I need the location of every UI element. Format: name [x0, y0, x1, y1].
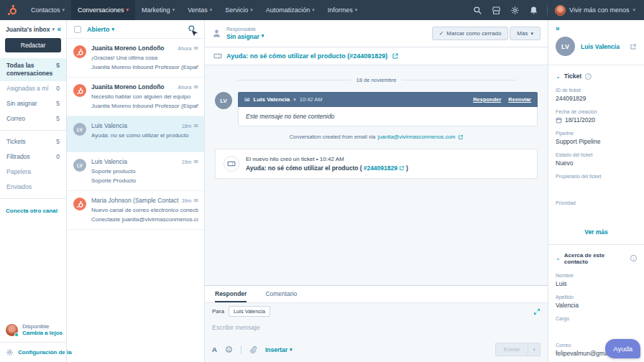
- inbox-selector[interactable]: Juanita's inbox: [6, 26, 50, 33]
- chevron-down-icon: ▾: [172, 7, 175, 13]
- settings-gear-icon[interactable]: [505, 0, 524, 20]
- compose-button[interactable]: Redactar: [5, 38, 61, 52]
- see-more-link[interactable]: Ver más: [556, 227, 637, 243]
- collapse-sidebar-icon[interactable]: «: [57, 25, 61, 33]
- ticket-section-header[interactable]: ⌄ Ticket i: [556, 73, 637, 80]
- inbox-selector-row: Juanita's inbox ▾ «: [0, 20, 66, 36]
- recipient-row: Para Luis Valencia: [205, 303, 548, 320]
- sidebar-view-asignadas[interactable]: Asignadas a mí0: [0, 81, 66, 96]
- sidebar-view-todas[interactable]: Todas las conversaciones5: [0, 58, 66, 81]
- emoji-icon[interactable]: [225, 345, 233, 353]
- contact-card: LV Luis Valencia: [548, 34, 644, 65]
- conversation-item-selected[interactable]: LV Luis Valencia18m✉ Ayuda: no sé cómo u…: [67, 116, 204, 152]
- chevron-down-icon: ▾: [250, 7, 253, 13]
- account-menu[interactable]: Vivir más con menos ▾: [552, 5, 638, 16]
- nav-ventas[interactable]: Ventas▾: [181, 0, 218, 20]
- chevron-down-icon: ▾: [312, 7, 315, 13]
- help-button[interactable]: Ayuda: [605, 339, 640, 358]
- marketplace-icon[interactable]: [487, 0, 505, 20]
- chevron-down-icon[interactable]: ▾: [293, 97, 296, 103]
- email-icon: ✉: [193, 159, 198, 165]
- sidebar-view-tickets[interactable]: Tickets5: [0, 134, 66, 149]
- tab-comentario[interactable]: Comentario: [265, 286, 297, 302]
- sidebar-view-correo[interactable]: Correo5: [0, 111, 66, 126]
- contact-panel: » LV Luis Valencia ⌄ Ticket i ID de tick…: [548, 20, 644, 362]
- external-link-icon[interactable]: [630, 43, 637, 50]
- contact-name-link[interactable]: Luis Valencia: [581, 43, 624, 50]
- nav-servicio[interactable]: Servicio▾: [218, 0, 259, 20]
- change-status-link[interactable]: Cambia a lejos: [22, 330, 63, 336]
- count-badge: 5: [56, 115, 60, 123]
- about-section-header[interactable]: ⌄ Acerca de este contacto i: [556, 252, 637, 265]
- message-header: ✉ Luis Valencia ▾ 10:42 AM Responder Ree…: [238, 92, 538, 107]
- search-conversations-icon[interactable]: [188, 24, 197, 34]
- conversation-item[interactable]: LV Luis Valencia19m✉ Soporte producto So…: [67, 152, 204, 191]
- mark-closed-button[interactable]: ✓Marcar como cerrado: [432, 27, 509, 40]
- chevron-down-icon: ▾: [530, 31, 533, 37]
- send-options-icon[interactable]: ▾: [528, 343, 540, 356]
- collapse-panel-icon[interactable]: »: [548, 20, 644, 34]
- conversation-item[interactable]: Maria Johnson (Sample Contact)39m✉ Nuevo…: [67, 191, 204, 230]
- more-button[interactable]: Más▾: [510, 27, 540, 40]
- info-icon: i: [630, 255, 637, 261]
- hubspot-logo[interactable]: [0, 0, 24, 20]
- tab-responder[interactable]: Responder: [215, 286, 247, 302]
- ticket-section: ⌄ Ticket i ID de ticket 244091829 Fecha …: [548, 65, 644, 244]
- external-link-icon[interactable]: [392, 52, 399, 60]
- source-email-link[interactable]: juanita@vivirmasconmenos.com: [377, 134, 455, 140]
- email-icon: ✉: [244, 96, 250, 103]
- gear-icon: [6, 348, 14, 356]
- inbox-settings-link[interactable]: Configuración de la: [0, 342, 66, 362]
- ticket-number-link[interactable]: #244091829: [364, 164, 397, 172]
- divider: [0, 198, 66, 199]
- divider: [0, 130, 66, 131]
- divider: [241, 345, 242, 354]
- ticket-icon: [213, 52, 222, 60]
- conversation-item[interactable]: Juanita Moreno LondoñoAhora✉ Necesito ha…: [67, 78, 204, 116]
- attach-file-icon[interactable]: [249, 345, 257, 353]
- sidebar-view-papelera[interactable]: Papelera: [0, 164, 66, 180]
- message-input[interactable]: Escribir mensaje: [205, 320, 548, 338]
- global-search-icon[interactable]: [468, 0, 487, 20]
- conversation-list: Abierto▾ Juanita Moreno LondoñoAhora✉ ¡G…: [67, 20, 205, 362]
- sidebar-view-enviados[interactable]: Enviados: [0, 180, 66, 195]
- ticket-subject-link[interactable]: Ayuda: no sé cómo utilizar el producto (…: [226, 52, 387, 60]
- sidebar-view-sin-asignar[interactable]: Sin asignar5: [0, 96, 66, 111]
- count-badge: 5: [56, 100, 60, 108]
- forward-link[interactable]: Reenviar: [508, 96, 531, 103]
- connect-channel-link[interactable]: Conecta otro canal: [0, 203, 66, 219]
- format-text-icon[interactable]: A: [212, 345, 217, 353]
- account-name: Vivir más con menos: [569, 6, 629, 14]
- divider: [547, 5, 548, 15]
- nav-marketing[interactable]: Marketing▾: [135, 0, 181, 20]
- select-all-checkbox[interactable]: [74, 26, 81, 33]
- online-status-dot: [14, 333, 19, 337]
- sidebar-view-filtrados[interactable]: Filtrados0: [0, 149, 66, 164]
- reply-link[interactable]: Responder: [473, 96, 501, 103]
- nav-conversaciones[interactable]: Conversaciones▾: [71, 0, 135, 20]
- initials-avatar: LV: [215, 92, 232, 109]
- assignee-dropdown[interactable]: Sin asignar▾: [226, 33, 264, 40]
- initials-avatar: LV: [73, 123, 86, 136]
- count-badge: 5: [56, 138, 60, 146]
- message-thread: 18 de noviembre LV ✉ Luis Valencia ▾ 10:…: [205, 65, 548, 285]
- notifications-bell-icon[interactable]: [524, 0, 543, 20]
- ticket-icon: [224, 156, 239, 172]
- conversation-item[interactable]: Juanita Moreno LondoñoAhora✉ ¡Gracias! U…: [67, 39, 204, 78]
- recipient-chip[interactable]: Luis Valencia: [229, 306, 270, 317]
- insert-dropdown[interactable]: Insertar▾: [265, 346, 293, 353]
- chevron-down-icon: ▾: [210, 7, 213, 13]
- send-button[interactable]: Enviar: [495, 343, 529, 356]
- nav-automatizacion[interactable]: Automatización▾: [259, 0, 321, 20]
- chevron-down-icon: ▾: [126, 7, 129, 13]
- email-message: LV ✉ Luis Valencia ▾ 10:42 AM Responder …: [215, 92, 538, 126]
- message-body: Este mensaje no tiene contenido: [238, 107, 538, 126]
- agent-status: Disponible Cambia a lejos: [0, 317, 66, 342]
- check-icon: ✓: [439, 30, 444, 37]
- nav-informes[interactable]: Informes▾: [321, 0, 364, 20]
- expand-composer-icon[interactable]: [533, 308, 540, 315]
- status-filter-dropdown[interactable]: Abierto▾: [87, 26, 114, 33]
- nav-contactos[interactable]: Contactos▾: [24, 0, 71, 20]
- initials-avatar: LV: [73, 159, 86, 172]
- chevron-down-icon: ⌄: [556, 73, 561, 80]
